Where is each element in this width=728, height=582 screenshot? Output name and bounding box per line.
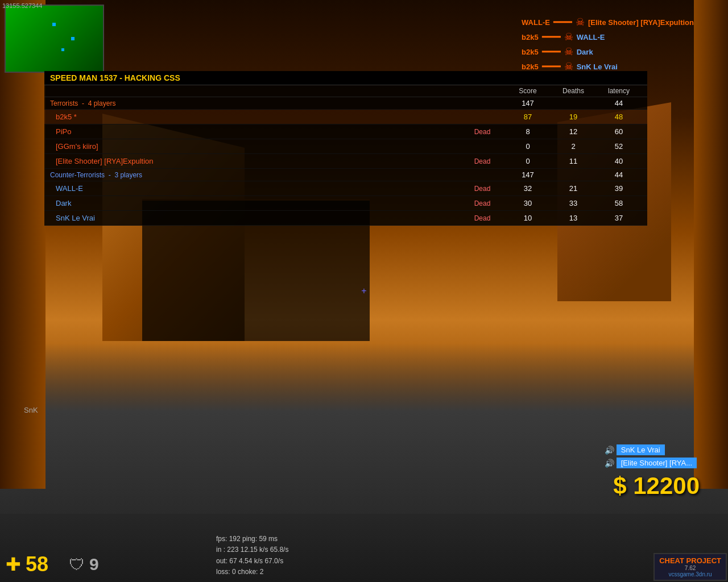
choke-label: choke: — [238, 568, 260, 576]
skull-icon: ☠ — [564, 45, 573, 58]
armor-value: 9 — [89, 555, 99, 574]
voice-entry-elite: 🔊 [Elite Shooter] [RYA... — [605, 458, 697, 468]
weapon-icon: ━━━ — [542, 45, 561, 58]
in-max: 65.8/s — [270, 546, 289, 554]
voice-name: SnK Le Vrai — [617, 444, 665, 455]
voice-entry-snk: 🔊 SnK Le Vrai — [605, 444, 697, 455]
player-deaths: 2 — [551, 142, 596, 151]
fps-ping: fps: 192 ping: 59 ms — [216, 534, 288, 544]
terrorists-team-row: Terrorists - 4 players 147 44 — [44, 97, 647, 110]
health-cross-icon: ✚ — [6, 554, 21, 575]
wall-left — [0, 0, 46, 489]
skull-icon: ☠ — [576, 16, 585, 28]
player-latency: 60 — [596, 127, 642, 136]
player-row-snk: SnK Le Vrai Dead 10 13 37 — [44, 211, 647, 226]
killer-name: b2k5 — [522, 63, 539, 71]
player-row-pipo: PiPo Dead 8 12 60 — [44, 124, 647, 139]
health-value: 58 — [26, 552, 48, 576]
weapon-icon: ━━━ — [542, 60, 561, 73]
player-name: Dark — [56, 199, 460, 207]
ct-latency: 44 — [596, 171, 642, 179]
player-status: Dead — [460, 199, 505, 207]
player-score: 87 — [505, 113, 551, 121]
player-status: Dead — [460, 185, 505, 193]
player-status: Dead — [460, 214, 505, 222]
player-name: PiPo — [56, 127, 460, 136]
player-latency: 37 — [596, 214, 642, 222]
fps-label: fps: — [216, 535, 229, 543]
player-name: b2k5 * — [56, 113, 460, 121]
in-label: in : — [216, 546, 227, 554]
minimap-dot — [52, 23, 56, 26]
ping-label: ping: — [242, 535, 259, 543]
player-score: 0 — [505, 142, 551, 151]
skull-icon: ☠ — [564, 60, 573, 73]
killer-name: b2k5 — [522, 48, 539, 56]
out-max: 67.0/s — [264, 557, 283, 565]
fps-value: 192 — [229, 535, 241, 543]
ct-team-row: Counter-Terrorists - 3 players 147 44 — [44, 169, 647, 181]
cheat-logo-name: CHEAT PROJECT — [659, 556, 721, 565]
hud-bottom: ✚ 58 🛡 9 27 | — [0, 508, 728, 582]
player-name: WALL-E — [56, 184, 460, 193]
player-latency: 58 — [596, 199, 642, 207]
player-score: 0 — [505, 157, 551, 165]
player-row-walle: WALL-E Dead 32 21 39 — [44, 181, 647, 196]
scoreboard-title: SPEED MAN 1537 - HACKING CSS — [44, 71, 647, 85]
cheat-logo-site: vcssgame.3dn.ru — [659, 571, 721, 577]
ct-team-score: 147 44 — [505, 171, 642, 179]
loss-choke: loss: 0 choke: 2 — [216, 567, 288, 577]
in-kbs: 12.15 k/s — [241, 546, 268, 554]
ct-deaths-empty — [551, 171, 596, 179]
snk-label: SnK — [24, 406, 38, 414]
ct-label: Counter-Terrorists - 3 players — [50, 171, 142, 179]
out-kbs: 4.54 k/s — [239, 557, 263, 565]
money-display: $ 12200 — [613, 472, 700, 500]
voice-icon: 🔊 — [605, 446, 614, 455]
crosshair: + — [361, 286, 366, 296]
skull-icon: ☠ — [564, 31, 573, 43]
minimap-inner — [6, 6, 103, 72]
player-name: [GGm's kiiro] — [56, 142, 460, 151]
voice-icon: 🔊 — [605, 459, 614, 468]
scoreboard: SPEED MAN 1537 - HACKING CSS Score Death… — [44, 71, 647, 226]
voice-chat: 🔊 SnK Le Vrai 🔊 [Elite Shooter] [RYA... — [605, 444, 697, 468]
player-deaths: 12 — [551, 127, 596, 136]
player-deaths: 33 — [551, 199, 596, 207]
in-rate: 223 — [227, 546, 238, 554]
victim-name: WALL-E — [577, 33, 605, 41]
victim-name: Dark — [577, 48, 593, 56]
player-score: 8 — [505, 127, 551, 136]
latency-col-header: latency — [596, 87, 642, 95]
hud-center — [105, 577, 689, 582]
t-latency: 44 — [596, 99, 642, 107]
player-deaths: 21 — [551, 184, 596, 193]
score-columns: Score Deaths latency — [44, 85, 647, 97]
kill-entry: b2k5 ━━━ ☠ SnK Le Vrai — [522, 60, 694, 73]
out-rate: 67 — [229, 557, 237, 565]
cheat-logo: CHEAT PROJECT 7.62 vcssgame.3dn.ru — [653, 553, 727, 581]
player-row-expultion: [Elite Shooter] [RYA]Expultion Dead 0 11… — [44, 154, 647, 169]
player-deaths: 19 — [551, 113, 596, 121]
player-row-b2k5: b2k5 * 87 19 48 — [44, 110, 647, 124]
player-status: Dead — [460, 157, 505, 165]
player-latency: 39 — [596, 184, 642, 193]
loss-value: 0 — [232, 568, 236, 576]
player-status: Dead — [460, 128, 505, 136]
player-score: 32 — [505, 184, 551, 193]
player-name: [Elite Shooter] [RYA]Expultion — [56, 157, 460, 165]
ct-score: 147 — [505, 171, 551, 179]
voice-name: [Elite Shooter] [RYA... — [617, 458, 697, 468]
player-deaths: 13 — [551, 214, 596, 222]
minimap-dot — [71, 37, 75, 40]
player-row-dark: Dark Dead 30 33 58 — [44, 196, 647, 211]
killer-name: b2k5 — [522, 33, 539, 41]
out-label: out: — [216, 557, 229, 565]
terrorists-label: Terrorists - 4 players — [50, 99, 115, 107]
timestamp: 13155.527344 — [2, 2, 42, 9]
player-score: 30 — [505, 199, 551, 207]
wall-right — [694, 0, 728, 489]
player-latency: 40 — [596, 157, 642, 165]
out-stats: out: 67 4.54 k/s 67.0/s — [216, 556, 288, 567]
deaths-col-header: Deaths — [551, 87, 596, 95]
